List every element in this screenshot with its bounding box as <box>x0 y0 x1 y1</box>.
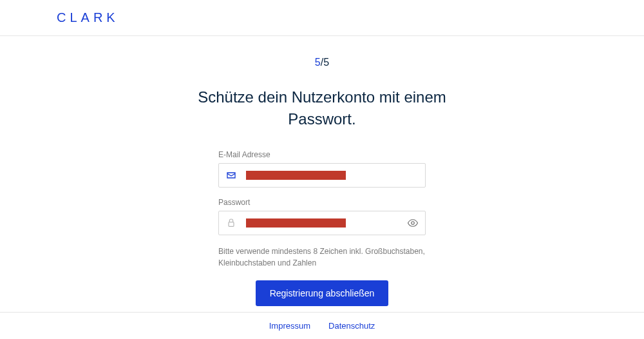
header: CLARK <box>0 0 644 36</box>
main-content: 5/5 Schütze dein Nutzerkonto mit einem P… <box>0 36 644 306</box>
footer-imprint-link[interactable]: Impressum <box>269 321 310 331</box>
svg-point-1 <box>412 222 415 225</box>
password-value-redacted <box>246 218 346 228</box>
email-field-group: E-Mail Adresse <box>218 150 426 188</box>
submit-wrapper: Registrierung abschließen <box>218 280 426 306</box>
email-value-redacted <box>246 171 346 180</box>
step-counter: 5/5 <box>315 57 329 68</box>
signup-form: E-Mail Adresse Passwort Bitte verwende m <box>218 150 426 306</box>
email-input[interactable] <box>218 163 426 188</box>
page-title: Schütze dein Nutzerkonto mit einem Passw… <box>193 86 451 130</box>
mail-icon <box>225 170 237 181</box>
lock-icon <box>225 217 237 229</box>
step-total: 5 <box>323 57 329 68</box>
toggle-password-visibility-icon[interactable] <box>407 217 419 229</box>
password-hint: Bitte verwende mindestens 8 Zeichen inkl… <box>218 246 426 269</box>
password-label: Passwort <box>218 198 426 207</box>
email-label: E-Mail Adresse <box>218 150 426 159</box>
svg-rect-0 <box>229 222 234 227</box>
brand-logo: CLARK <box>57 10 119 25</box>
password-field-group: Passwort <box>218 198 426 235</box>
submit-button[interactable]: Registrierung abschließen <box>256 280 389 306</box>
step-current: 5 <box>315 57 321 68</box>
password-input[interactable] <box>218 211 426 235</box>
footer-privacy-link[interactable]: Datenschutz <box>328 321 375 331</box>
footer: Impressum Datenschutz <box>0 312 644 339</box>
